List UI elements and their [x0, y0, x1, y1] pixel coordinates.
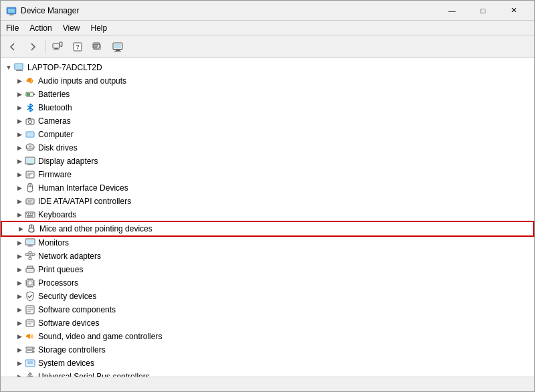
- computer-row[interactable]: ▶ Computer: [1, 128, 534, 141]
- svg-rect-72: [27, 272, 33, 272]
- display-label: Display adapters: [38, 157, 98, 166]
- forward-button[interactable]: [23, 37, 42, 56]
- back-button[interactable]: [3, 37, 22, 56]
- software-comp-row[interactable]: ▶ Software components: [1, 303, 534, 316]
- content-area[interactable]: ▼ LAPTOP-7ADCLT2D: [1, 58, 534, 377]
- tree-item-batteries: ▶ Batteries: [1, 88, 534, 101]
- network-expand-icon: ▶: [14, 251, 25, 262]
- tree-item-security: ▶ Security devices: [1, 290, 534, 303]
- root-row[interactable]: ▼ LAPTOP-7ADCLT2D: [1, 61, 534, 74]
- storage-row[interactable]: ▶ Storage controllers: [1, 343, 534, 357]
- svg-rect-54: [32, 213, 33, 215]
- keyboards-expand-icon: ▶: [14, 209, 25, 220]
- software-dev-label: Software devices: [38, 318, 99, 328]
- svg-rect-60: [29, 245, 31, 246]
- menu-file[interactable]: File: [1, 21, 24, 35]
- cameras-label: Cameras: [38, 116, 71, 126]
- svg-rect-6: [54, 49, 59, 50]
- toolbar: ?: [1, 35, 534, 58]
- print-row[interactable]: ▶ Print queues: [1, 263, 534, 276]
- processors-row[interactable]: ▶: [1, 276, 534, 290]
- software-dev-row[interactable]: ▶ Software devices: [1, 316, 534, 330]
- show-devices-button[interactable]: [48, 37, 67, 56]
- bluetooth-icon: [25, 102, 35, 113]
- batteries-row[interactable]: ▶ Batteries: [1, 88, 534, 101]
- tree-item-hid: ▶ Human Interface Devices: [1, 181, 534, 195]
- batteries-expand-icon: ▶: [14, 89, 25, 100]
- scan-button[interactable]: [108, 37, 127, 56]
- usb-row[interactable]: ▶ Univer: [1, 370, 534, 377]
- firmware-expand-icon: ▶: [14, 169, 25, 180]
- properties-button[interactable]: ?: [68, 37, 87, 56]
- security-row[interactable]: ▶ Security devices: [1, 290, 534, 303]
- svg-rect-51: [26, 213, 27, 215]
- svg-rect-53: [30, 213, 31, 215]
- tree-item-display: ▶ Display adapters: [1, 155, 534, 168]
- svg-rect-22: [15, 64, 22, 69]
- firmware-row[interactable]: ▶ Firmware: [1, 168, 534, 181]
- tree-item-audio: ▶ Audio inputs and outputs: [1, 74, 534, 88]
- menu-help[interactable]: Help: [86, 21, 113, 35]
- network-label: Network adapters: [38, 252, 101, 261]
- usb-label: Universal Serial Bus controllers: [38, 372, 150, 377]
- sound-row[interactable]: ▶ Sound, video and game controllers: [1, 330, 534, 343]
- audio-expand-icon: ▶: [14, 76, 25, 86]
- bluetooth-row[interactable]: ▶ Bluetooth: [1, 101, 534, 114]
- bluetooth-label: Bluetooth: [38, 103, 72, 112]
- svg-rect-19: [114, 51, 121, 52]
- tree-item-usb: ▶ Univer: [1, 370, 534, 377]
- tree-item-keyboards: ▶ Keyboa: [1, 208, 534, 221]
- title-bar: Device Manager — □ ✕: [1, 1, 534, 21]
- tree-item-processors: ▶: [1, 276, 534, 290]
- svg-line-67: [27, 256, 30, 256]
- close-button[interactable]: ✕: [498, 1, 529, 21]
- disk-row[interactable]: ▶ Disk drives: [1, 141, 534, 155]
- security-icon: [25, 291, 35, 302]
- network-row[interactable]: ▶: [1, 250, 534, 263]
- svg-rect-26: [33, 94, 35, 95]
- menu-view[interactable]: View: [58, 21, 86, 35]
- svg-rect-71: [27, 270, 33, 272]
- svg-rect-70: [27, 266, 33, 268]
- menu-bar: File Action View Help: [1, 21, 534, 35]
- svg-rect-1: [8, 9, 15, 13]
- svg-point-29: [29, 120, 32, 124]
- computer-label: Computer: [38, 130, 74, 139]
- display-icon: [25, 156, 35, 167]
- audio-row[interactable]: ▶ Audio inputs and outputs: [1, 74, 534, 88]
- software-dev-expand-icon: ▶: [14, 318, 25, 328]
- svg-rect-30: [28, 118, 31, 119]
- update-driver-button[interactable]: [88, 37, 107, 56]
- system-row[interactable]: ▶ System devices: [1, 357, 534, 370]
- tree-item-software-dev: ▶ Software devices: [1, 316, 534, 330]
- hid-icon: [25, 183, 35, 193]
- svg-rect-4: [53, 43, 60, 48]
- keyboards-row[interactable]: ▶ Keyboa: [1, 208, 534, 221]
- maximize-button[interactable]: □: [467, 1, 498, 21]
- window-controls: — □ ✕: [437, 1, 529, 21]
- device-tree: ▼ LAPTOP-7ADCLT2D: [1, 61, 534, 377]
- minimize-button[interactable]: —: [437, 1, 467, 21]
- cameras-icon: [25, 116, 35, 126]
- ide-row[interactable]: ▶ IDE ATA/ATAPI controllers: [1, 195, 534, 208]
- svg-rect-37: [26, 158, 34, 163]
- usb-expand-icon: ▶: [14, 371, 25, 377]
- root-expand-icon: ▼: [3, 62, 14, 73]
- svg-rect-47: [27, 199, 33, 203]
- menu-action[interactable]: Action: [24, 21, 57, 35]
- batteries-label: Batteries: [38, 90, 70, 99]
- mice-expand-icon: ▶: [15, 223, 26, 234]
- usb-icon: [25, 371, 35, 377]
- cameras-row[interactable]: ▶ Cameras: [1, 114, 534, 128]
- tree-item-firmware: ▶ Firmware: [1, 168, 534, 181]
- hid-row[interactable]: ▶ Human Interface Devices: [1, 181, 534, 195]
- monitors-row[interactable]: ▶ Monitors: [1, 236, 534, 250]
- svg-rect-39: [27, 165, 33, 165]
- svg-rect-8: [61, 46, 62, 47]
- svg-rect-23: [17, 70, 21, 70]
- storage-label: Storage controllers: [38, 345, 106, 355]
- display-row[interactable]: ▶ Display adapters: [1, 155, 534, 168]
- mice-row[interactable]: ▶ Mice and other pointing devices: [2, 222, 533, 235]
- disk-label: Disk drives: [38, 143, 78, 153]
- svg-rect-20: [114, 44, 121, 48]
